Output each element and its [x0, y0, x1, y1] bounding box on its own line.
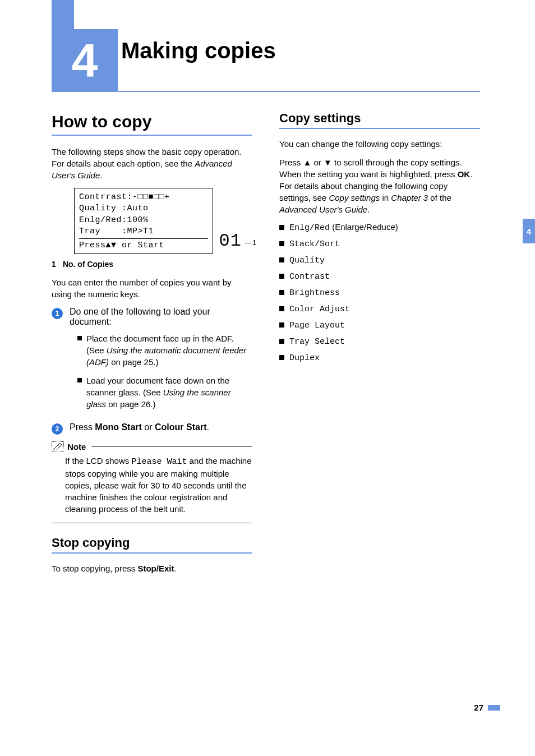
lcd-callout-1: 1 — [252, 238, 256, 247]
stop-paragraph: To stop copying, press Stop/Exit. — [52, 563, 252, 574]
subsection-copy-settings: Copy settings — [279, 111, 480, 126]
step-2-body: Press Mono Start or Colour Start. — [70, 422, 252, 435]
footer-accent-bar — [488, 705, 500, 711]
setting-brightness: Brightness — [279, 287, 480, 298]
lcd-copies-count: 01 — [219, 231, 242, 251]
page-number: 27 — [474, 703, 483, 712]
section-rule — [52, 135, 252, 136]
lcd-line-contrast: Contrrast:-□□■□□+ — [79, 192, 208, 203]
lcd-line-enlg: Enlg/Red:100% — [79, 215, 208, 226]
left-column: How to copy The following steps show the… — [52, 110, 252, 581]
step-2: 2 Press Mono Start or Colour Start. — [52, 422, 252, 435]
setting-color-adjust: Color Adjust — [279, 303, 480, 314]
page-footer: 27 — [474, 703, 500, 712]
step-1-bullet-adf: Place the document face up in the ADF. (… — [77, 333, 252, 368]
step-1-bullet-glass: Load your document face down on the scan… — [77, 375, 252, 410]
step-1-body: Do one of the following to load your doc… — [70, 307, 252, 417]
settings-list: Enlg/Red (Enlarge/Reduce) Stack/Sort Qua… — [279, 222, 480, 363]
numcopies-paragraph: You can enter the number of copies you w… — [52, 276, 252, 300]
subsection-rule-stop — [52, 552, 252, 554]
step-1-badge: 1 — [52, 308, 63, 319]
subsection-stop-copying: Stop copying — [52, 536, 252, 550]
settings-intro-2: Press ▲ or ▼ to scroll through the copy … — [279, 156, 480, 215]
note-bottom-rule — [52, 523, 252, 523]
note-body: If the LCD shows Please Wait and the mac… — [52, 455, 252, 515]
note-label: Note — [67, 442, 86, 451]
lcd-divider — [79, 238, 208, 239]
lcd-line-tray: Tray :MP>T1 — [79, 226, 208, 237]
chapter-number: 4 — [72, 34, 98, 88]
setting-tray-select: Tray Select — [279, 336, 480, 347]
right-column: Copy settings You can change the followi… — [279, 110, 480, 581]
step-1: 1 Do one of the following to load your d… — [52, 307, 252, 417]
section-how-to-copy: How to copy — [52, 112, 252, 131]
note-header: Note — [52, 441, 252, 451]
figure-legend: 1 No. of Copies — [52, 260, 252, 269]
lcd-line-quality: Quality :Auto — [79, 203, 208, 214]
setting-stack-sort: Stack/Sort — [279, 238, 480, 249]
header-accent-bar — [52, 0, 74, 29]
step-1-bullets: Place the document face up in the ADF. (… — [77, 333, 252, 410]
chapter-number-box: 4 — [52, 29, 118, 92]
setting-duplex: Duplex — [279, 352, 480, 363]
pencil-icon — [52, 441, 64, 451]
setting-contrast: Contrast — [279, 271, 480, 282]
lcd-screen: Contrrast:-□□■□□+ Quality :Auto Enlg/Red… — [75, 188, 213, 253]
setting-quality: Quality — [279, 255, 480, 265]
chapter-title: Making copies — [121, 38, 276, 63]
setting-enlg-red: Enlg/Red (Enlarge/Reduce) — [279, 222, 480, 233]
content-columns: How to copy The following steps show the… — [52, 110, 480, 581]
settings-intro-1: You can change the following copy settin… — [279, 138, 480, 150]
setting-page-layout: Page Layout — [279, 320, 480, 330]
intro-paragraph: The following steps show the basic copy … — [52, 146, 252, 181]
step-2-badge: 2 — [52, 423, 63, 435]
lcd-figure: Contrrast:-□□■□□+ Quality :Auto Enlg/Red… — [74, 188, 213, 254]
subsection-rule-settings — [279, 128, 480, 129]
lcd-line-press: Press▲▼ or Start — [79, 240, 208, 251]
thumb-tab: 4 — [523, 219, 535, 243]
chapter-rule — [118, 91, 480, 92]
note-rule — [91, 446, 252, 447]
